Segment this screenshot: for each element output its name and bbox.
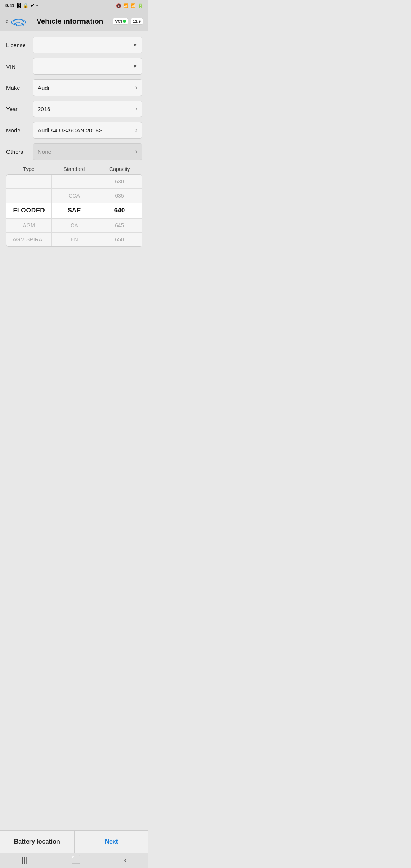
license-dropdown-arrow: ▼ (132, 42, 137, 48)
table-row[interactable]: 630 (6, 175, 142, 189)
row2-type: FLOODED (6, 203, 52, 218)
year-row: Year 2016 › (6, 101, 142, 117)
header-right: VCI 11.9 (113, 18, 143, 25)
app-header: ‹ VIN Vehicle information VCI (0, 11, 148, 31)
vci-connected-dot (123, 20, 126, 23)
others-chevron-icon: › (135, 148, 137, 155)
status-bar: 9:41 🖼 🔒 ✔ • 🔇 📶 📶 🔋 (0, 0, 148, 11)
back-button[interactable]: ‹ (5, 16, 8, 26)
dot-icon: • (36, 3, 38, 8)
others-label: Others (6, 148, 33, 155)
header-left: ‹ VIN (5, 15, 27, 28)
row4-type: AGM SPIRAL (6, 233, 52, 246)
photo-icon: 🖼 (16, 3, 21, 8)
year-value: 2016 (38, 106, 50, 112)
table-row[interactable]: CCA 635 (6, 189, 142, 203)
row1-type (6, 189, 52, 203)
row4-standard: EN (52, 233, 97, 246)
license-row: License ▼ (6, 37, 142, 53)
battery-table-section: Type Standard Capacity 630 CCA 635 FLOOD… (6, 164, 142, 247)
others-selector[interactable]: None › (33, 143, 142, 160)
main-content: License ▼ VIN ▼ Make Audi › Year 2016 › … (0, 31, 148, 252)
check-icon: ✔ (30, 3, 34, 8)
lock-icon: 🔒 (23, 3, 29, 8)
license-label: License (6, 42, 33, 48)
license-dropdown[interactable]: ▼ (33, 37, 142, 53)
mute-icon: 🔇 (116, 3, 121, 8)
table-header: Type Standard Capacity (6, 164, 142, 174)
table-row-selected[interactable]: FLOODED SAE 640 (6, 203, 142, 219)
status-right: 🔇 📶 📶 🔋 (116, 3, 143, 8)
table-row[interactable]: AGM CA 645 (6, 219, 142, 233)
status-time: 9:41 (5, 3, 14, 8)
vin-row: VIN ▼ (6, 58, 142, 75)
battery-voltage-badge: 11.9 (131, 18, 143, 25)
year-selector[interactable]: 2016 › (33, 101, 142, 117)
status-left: 9:41 🖼 🔒 ✔ • (5, 3, 38, 8)
col-capacity-header: Capacity (97, 166, 142, 172)
vin-dropdown[interactable]: ▼ (33, 58, 142, 75)
others-value: None (38, 148, 51, 155)
row4-capacity: 650 (97, 233, 142, 246)
row2-standard: SAE (52, 203, 97, 218)
battery-voltage-value: 11.9 (133, 19, 141, 24)
row3-standard: CA (52, 219, 97, 232)
table-row[interactable]: AGM SPIRAL EN 650 (6, 233, 142, 246)
make-label: Make (6, 85, 33, 91)
row3-type: AGM (6, 219, 52, 232)
vin-label: VIN (6, 63, 33, 70)
year-chevron-icon: › (135, 105, 137, 112)
row0-type (6, 175, 52, 188)
row3-capacity: 645 (97, 219, 142, 232)
col-standard-header: Standard (51, 166, 97, 172)
make-value: Audi (38, 85, 49, 91)
vci-label: VCI (115, 19, 122, 24)
row1-standard: CCA (52, 189, 97, 203)
battery-icon: 🔋 (138, 3, 143, 8)
col-type-header: Type (6, 166, 51, 172)
vin-dropdown-arrow: ▼ (132, 64, 137, 69)
vci-badge: VCI (113, 18, 128, 25)
row0-standard (52, 175, 97, 188)
signal-icon: 📶 (131, 3, 136, 8)
year-label: Year (6, 106, 33, 112)
model-label: Model (6, 127, 33, 134)
row2-capacity: 640 (97, 203, 142, 218)
make-selector[interactable]: Audi › (33, 79, 142, 96)
row1-capacity: 635 (97, 189, 142, 203)
battery-table: 630 CCA 635 FLOODED SAE 640 AGM CA 645 (6, 174, 142, 247)
svg-text:VIN: VIN (16, 21, 20, 23)
make-row: Make Audi › (6, 79, 142, 96)
wifi-icon: 📶 (123, 3, 129, 8)
model-row: Model Audi A4 USA/CAN 2016> › (6, 122, 142, 139)
make-chevron-icon: › (135, 84, 137, 91)
vin-logo: VIN (10, 15, 27, 28)
page-title: Vehicle information (37, 17, 103, 26)
row0-capacity: 630 (97, 175, 142, 188)
model-selector[interactable]: Audi A4 USA/CAN 2016> › (33, 122, 142, 139)
others-row: Others None › (6, 143, 142, 160)
model-value: Audi A4 USA/CAN 2016> (38, 127, 102, 134)
model-chevron-icon: › (135, 127, 137, 134)
